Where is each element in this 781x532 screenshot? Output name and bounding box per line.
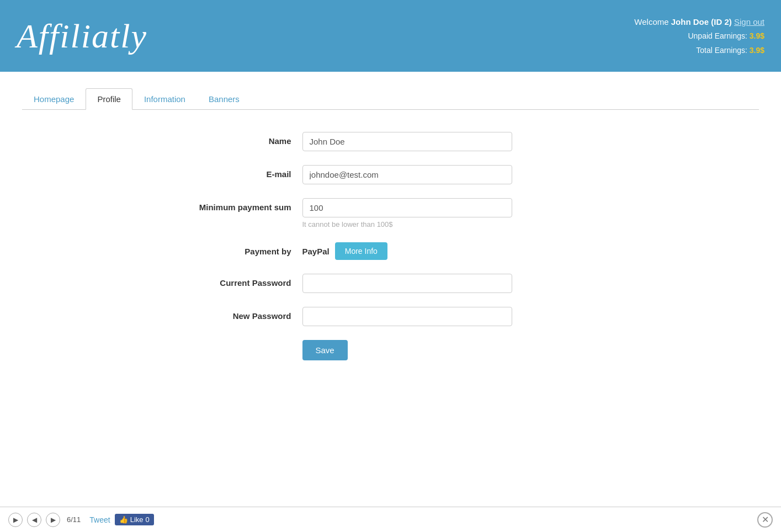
like-label: Like [130, 515, 144, 524]
min-payment-input[interactable] [302, 198, 512, 217]
sign-out-link[interactable]: Sign out [734, 17, 764, 26]
current-password-row: Current Password [170, 274, 612, 293]
total-earnings-line: Total Earnings: 3.9$ [634, 44, 764, 57]
save-button[interactable]: Save [302, 340, 348, 360]
total-label: Total Earnings: [696, 46, 747, 55]
name-input-wrapper [302, 132, 612, 151]
new-password-row: New Password [170, 307, 612, 326]
welcome-text: Welcome [634, 17, 668, 26]
payment-by-row: Payment by PayPal More Info [170, 242, 612, 260]
unpaid-value: 3.9$ [750, 31, 764, 40]
more-info-button[interactable]: More Info [335, 242, 387, 260]
new-password-label: New Password [170, 307, 302, 321]
tweet-link[interactable]: Tweet [89, 515, 110, 524]
unpaid-earnings-line: Unpaid Earnings: 3.9$ [634, 29, 764, 43]
like-count: 0 [146, 515, 150, 524]
next-button[interactable]: ▶ [46, 513, 60, 527]
payment-by-wrapper: PayPal More Info [302, 242, 612, 260]
prev-button[interactable]: ◀ [27, 513, 41, 527]
min-payment-hint: It cannot be lower than 100$ [302, 220, 612, 228]
logo: Affiliatly [17, 17, 147, 56]
bottom-bar: ▶ ◀ ▶ 6/11 Tweet 👍 Like 0 ✕ [0, 507, 781, 532]
user-name: John Doe (ID 2) [671, 17, 732, 26]
tab-profile[interactable]: Profile [86, 88, 132, 110]
save-row: Save [170, 340, 612, 360]
min-payment-label: Minimum payment sum [170, 198, 302, 212]
tab-homepage[interactable]: Homepage [22, 88, 86, 110]
current-password-input[interactable] [302, 274, 512, 293]
main-content: Homepage Profile Information Banners Nam… [0, 72, 781, 513]
email-label: E-mail [170, 165, 302, 179]
name-label: Name [170, 132, 302, 146]
email-row: E-mail [170, 165, 612, 184]
unpaid-label: Unpaid Earnings: [688, 31, 747, 40]
total-value: 3.9$ [750, 46, 764, 55]
close-button[interactable]: ✕ [757, 512, 773, 528]
new-password-input[interactable] [302, 307, 512, 326]
name-row: Name [170, 132, 612, 151]
tab-bar: Homepage Profile Information Banners [22, 88, 759, 110]
header-right: Welcome John Doe (ID 2) Sign out Unpaid … [634, 14, 764, 57]
thumbs-up-icon: 👍 [119, 515, 128, 524]
new-password-input-wrapper [302, 307, 612, 326]
payment-by-label: Payment by [170, 242, 302, 256]
email-input[interactable] [302, 165, 512, 184]
min-payment-input-wrapper: It cannot be lower than 100$ [302, 198, 612, 228]
header: Affiliatly Welcome John Doe (ID 2) Sign … [0, 0, 781, 72]
payment-row: PayPal More Info [302, 242, 612, 260]
payment-method: PayPal [302, 247, 330, 256]
like-button[interactable]: 👍 Like 0 [115, 514, 154, 525]
welcome-line: Welcome John Doe (ID 2) Sign out [634, 14, 764, 29]
tab-information[interactable]: Information [132, 88, 197, 110]
min-payment-row: Minimum payment sum It cannot be lower t… [170, 198, 612, 228]
current-password-label: Current Password [170, 274, 302, 288]
page-count: 6/11 [67, 515, 81, 524]
profile-form: Name E-mail Minimum payment sum It canno… [170, 126, 612, 366]
email-input-wrapper [302, 165, 612, 184]
tab-banners[interactable]: Banners [197, 88, 251, 110]
play-button[interactable]: ▶ [8, 513, 23, 527]
current-password-input-wrapper [302, 274, 612, 293]
name-input[interactable] [302, 132, 512, 151]
